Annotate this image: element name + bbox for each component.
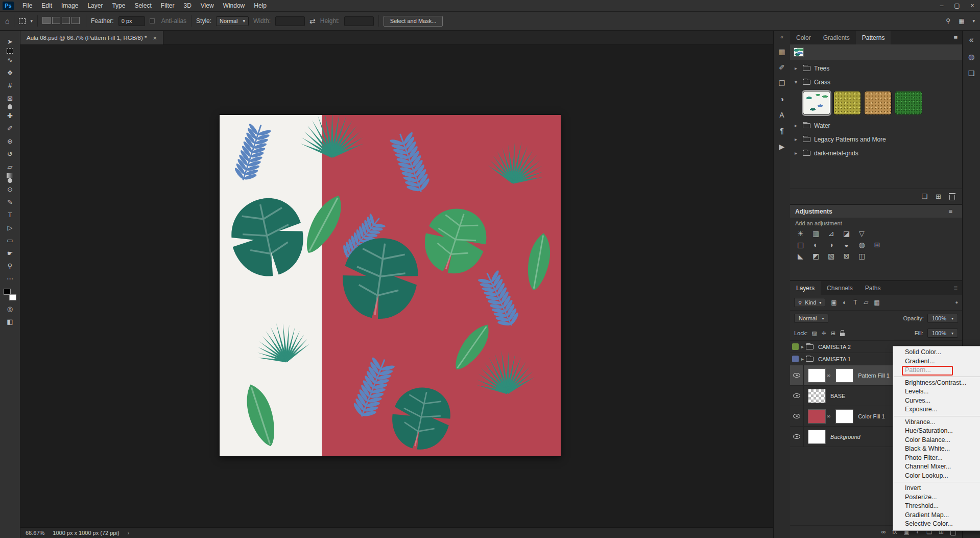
new-group-icon[interactable]: ❏ [921, 193, 927, 200]
channel-mixer-icon[interactable]: ◍ [857, 241, 866, 249]
zoom-tool[interactable]: ⚲ [3, 260, 18, 272]
chevron-right-icon[interactable]: ▸ [795, 150, 799, 156]
visibility-toggle[interactable] [790, 406, 804, 426]
menu-layer[interactable]: Layer [83, 0, 107, 12]
search-icon[interactable]: ⚲ [946, 17, 950, 25]
menu-item-channel-mixer[interactable]: Channel Mixer... [893, 462, 980, 472]
menu-item-color-balance[interactable]: Color Balance... [893, 436, 980, 445]
menu-item-vibrance[interactable]: Vibrance... [893, 418, 980, 427]
color-balance-icon[interactable]: ◐ [811, 241, 820, 249]
tab-patterns[interactable]: Patterns [856, 31, 891, 44]
workspace-grid-icon[interactable]: ▦ [959, 17, 964, 25]
menu-view[interactable]: View [196, 0, 219, 12]
delete-icon[interactable] [949, 195, 955, 200]
menu-item-levels[interactable]: Levels... [893, 387, 980, 396]
pen-tool[interactable]: ✎ [3, 196, 18, 208]
menu-item-black-white[interactable]: Black & White... [893, 445, 980, 454]
healing-brush-tool[interactable]: ✚ [3, 109, 18, 122]
chevron-right-icon[interactable]: ▸ [795, 65, 799, 71]
lock-transparency-icon[interactable]: ▨ [811, 330, 817, 337]
menu-item-invert[interactable]: Invert [893, 484, 980, 493]
edit-toolbar-icon[interactable]: ⋯ [3, 272, 18, 285]
link-layers-icon[interactable]: ∞ [881, 528, 886, 535]
home-icon[interactable]: ⌂ [5, 17, 9, 25]
invert-icon[interactable]: ◣ [796, 252, 805, 260]
character-panel-icon[interactable]: A [779, 111, 784, 119]
clone-stamp-tool[interactable]: ⊕ [3, 135, 18, 148]
rectangular-marquee-tool[interactable] [7, 48, 13, 54]
tab-gradients[interactable]: Gradients [817, 31, 856, 44]
history-brush-tool[interactable]: ↺ [3, 148, 18, 160]
layer-thumbnail[interactable] [808, 389, 826, 403]
clone-source-panel-icon[interactable]: ❐ [779, 79, 785, 87]
menu-edit[interactable]: Edit [37, 0, 57, 12]
visibility-toggle[interactable] [790, 386, 804, 406]
expand-panels-icon[interactable]: « [969, 35, 974, 44]
width-input[interactable] [275, 16, 305, 26]
style-select[interactable]: Normal ▾ [216, 16, 249, 26]
subtract-selection-button[interactable] [62, 17, 70, 24]
rectangle-tool[interactable]: ▭ [3, 234, 18, 247]
layer-name[interactable]: CAMISETA 2 [818, 344, 851, 350]
quick-mask-icon[interactable]: ◎ [3, 302, 18, 315]
maximize-button[interactable]: ▢ [949, 0, 965, 12]
panel-menu-icon[interactable]: ≡ [944, 207, 957, 215]
fill-select[interactable]: 100% ▾ [927, 329, 958, 338]
background-color-swatch[interactable] [9, 294, 16, 300]
canvas-area[interactable] [20, 45, 773, 527]
pattern-swatch-yellow-grass[interactable] [833, 91, 861, 115]
filter-shape-icon[interactable]: ▱ [861, 299, 871, 306]
layer-mask-thumbnail[interactable] [835, 368, 853, 383]
vibrance-icon[interactable]: ▽ [857, 229, 866, 238]
filter-pixel-icon[interactable]: ▣ [829, 299, 839, 306]
move-tool[interactable]: ➤ [3, 35, 18, 48]
document-tab[interactable]: Aula 08.psd @ 66.7% (Pattern Fill 1, RGB… [20, 31, 163, 44]
menu-item-exposure[interactable]: Exposure... [893, 405, 980, 414]
delete-layer-icon[interactable] [950, 530, 956, 535]
close-tab-icon[interactable]: × [153, 34, 157, 42]
chevron-right-icon[interactable]: ▸ [801, 344, 806, 349]
type-tool[interactable]: T [3, 208, 18, 221]
new-selection-button[interactable] [42, 17, 51, 24]
pattern-group-dark-metal-grids[interactable]: ▸ dark-metal-grids [790, 146, 962, 160]
levels-icon[interactable]: ▥ [811, 229, 820, 238]
select-and-mask-button[interactable]: Select and Mask... [384, 16, 443, 27]
hand-tool[interactable]: ☛ [3, 247, 18, 260]
current-pattern-thumbnail[interactable] [794, 48, 804, 57]
pattern-swatch-green-grass[interactable] [895, 91, 922, 115]
panel-menu-icon[interactable]: ≡ [949, 34, 962, 41]
menu-item-curves[interactable]: Curves... [893, 396, 980, 406]
selective-color-icon[interactable]: ◫ [857, 252, 866, 260]
close-button[interactable]: × [965, 0, 980, 12]
color-fill-thumbnail[interactable] [808, 409, 826, 424]
layer-name[interactable]: Color Fill 1 [858, 413, 885, 419]
menu-item-gradient[interactable]: Gradient... [893, 357, 980, 366]
path-selection-tool[interactable]: ▷ [3, 221, 18, 234]
object-selection-tool[interactable]: ❖ [3, 66, 18, 79]
pattern-group-trees[interactable]: ▸ Trees [790, 61, 962, 75]
pattern-group-legacy[interactable]: ▸ Legacy Patterns and More [790, 132, 962, 146]
tool-preset-caret-icon[interactable]: ▾ [30, 18, 33, 24]
feather-input[interactable] [118, 16, 145, 26]
eraser-tool[interactable]: ▱ [3, 160, 18, 173]
new-pattern-icon[interactable]: ⊞ [936, 193, 941, 200]
collapse-panels-icon[interactable]: « [780, 34, 783, 40]
lock-position-icon[interactable]: ⊞ [831, 330, 835, 337]
pattern-fill-thumbnail[interactable] [808, 368, 826, 383]
filter-adjustment-icon[interactable]: ◐ [840, 299, 849, 306]
lasso-tool[interactable]: ∿ [3, 54, 18, 66]
anti-alias-checkbox[interactable] [150, 18, 155, 24]
menu-item-solid-color[interactable]: Solid Color... [893, 348, 980, 357]
menu-window[interactable]: Window [219, 0, 250, 12]
filter-smart-object-icon[interactable]: ▦ [872, 299, 881, 306]
discover-icon[interactable]: ◍ [968, 53, 974, 61]
black-white-icon[interactable]: ◑ [827, 241, 835, 249]
menu-3d[interactable]: 3D [179, 0, 196, 12]
lock-image-icon[interactable]: ✛ [822, 330, 826, 337]
menu-file[interactable]: File [18, 0, 37, 12]
actions-play-icon[interactable]: ▶ [779, 143, 785, 151]
menu-item-brightness-contrast[interactable]: Brightness/Contrast... [893, 379, 980, 388]
histogram-panel-icon[interactable]: ▦ [778, 48, 785, 56]
add-selection-button[interactable] [52, 17, 60, 24]
canvas-artwork[interactable] [220, 115, 561, 456]
